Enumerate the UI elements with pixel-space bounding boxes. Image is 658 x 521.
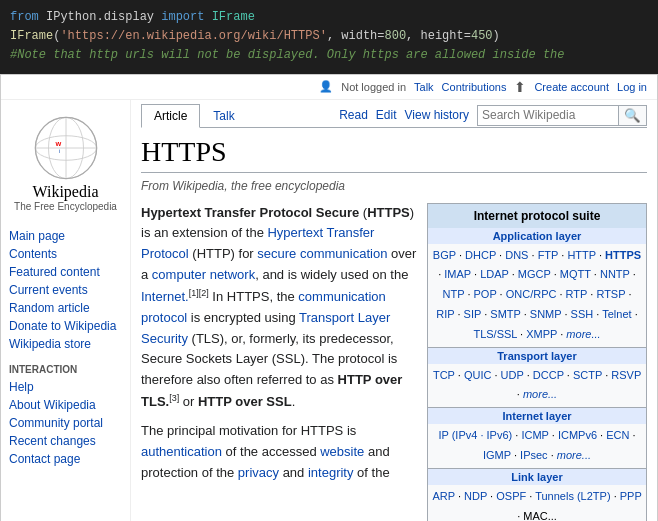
rtp-link[interactable]: RTP	[566, 288, 588, 300]
icmp-link[interactable]: ICMP	[521, 429, 548, 441]
arp-link[interactable]: ARP	[432, 490, 454, 502]
smtp-link[interactable]: SMTP	[490, 308, 520, 320]
ref-1: [1]	[189, 288, 199, 298]
website-link[interactable]: website	[320, 444, 364, 459]
tab-talk[interactable]: Talk	[200, 104, 247, 127]
nav-item-help[interactable]: Help	[1, 378, 130, 396]
not-logged-text: Not logged in	[341, 81, 406, 93]
nav-item-contents[interactable]: Contents	[1, 245, 130, 263]
sip-link[interactable]: SIP	[464, 308, 482, 320]
search-button[interactable]: 🔍	[618, 106, 646, 125]
dccp-link[interactable]: DCCP	[533, 369, 564, 381]
code-block: from IPython.display import IFrame IFram…	[0, 0, 658, 74]
tab-article[interactable]: Article	[141, 104, 200, 128]
nav-item-main-page[interactable]: Main page	[1, 227, 130, 245]
auth-link[interactable]: authentication	[141, 444, 222, 459]
app-more-link[interactable]: more...	[566, 328, 600, 340]
wiki-logo-title: Wikipedia	[33, 183, 99, 201]
quic-link[interactable]: QUIC	[464, 369, 492, 381]
wiki-article: Hypertext Transfer Protocol Secure (HTTP…	[141, 203, 647, 521]
transport-more-link[interactable]: more...	[523, 388, 557, 400]
nav-item-random[interactable]: Random article	[1, 299, 130, 317]
http-over-ssl: HTTP over SSL	[198, 394, 292, 409]
rtsp-link[interactable]: RTSP	[596, 288, 625, 300]
udp-link[interactable]: UDP	[501, 369, 524, 381]
wiki-tabs: Article Talk Read Edit View history 🔍	[141, 100, 647, 128]
nav-item-recent[interactable]: Recent changes	[1, 432, 130, 450]
interaction-header: Interaction	[1, 361, 130, 378]
nav-item-contact[interactable]: Contact page	[1, 450, 130, 468]
http-link2[interactable]: HTTP	[567, 249, 596, 261]
user-icon: 👤	[319, 80, 333, 93]
tlsssl-link[interactable]: TLS/SSL	[473, 328, 517, 340]
dhcp-link[interactable]: DHCP	[465, 249, 496, 261]
search-input[interactable]	[478, 106, 618, 124]
search-box: 🔍	[477, 105, 647, 126]
privacy-link[interactable]: privacy	[238, 465, 279, 480]
ecn-link[interactable]: ECN	[606, 429, 629, 441]
nav-item-featured[interactable]: Featured content	[1, 263, 130, 281]
infobox-internet-items: IP (IPv4 · IPv6) · ICMP · ICMPv6 · ECN ·…	[428, 424, 646, 468]
nav-item-store[interactable]: Wikipedia store	[1, 335, 130, 353]
article-paragraph-1: Hypertext Transfer Protocol Secure (HTTP…	[141, 203, 417, 414]
ldap-link[interactable]: LDAP	[480, 268, 509, 280]
ppp-link[interactable]: PPP	[620, 490, 642, 502]
keyword-from: from	[10, 10, 39, 24]
https-bold: Hypertext Transfer Protocol Secure	[141, 205, 359, 220]
nntp-link[interactable]: NNTP	[600, 268, 630, 280]
cursor-indicator: ⬆	[514, 79, 526, 95]
internet-more-link[interactable]: more...	[557, 449, 591, 461]
nav-item-about[interactable]: About Wikipedia	[1, 396, 130, 414]
ref-2: [2]	[199, 288, 209, 298]
infobox: Internet protocol suite Application laye…	[427, 203, 647, 521]
rsvp-link[interactable]: RSVP	[611, 369, 641, 381]
xmpp-link[interactable]: XMPP	[526, 328, 557, 340]
create-account-link[interactable]: Create account	[534, 81, 609, 93]
internet-link[interactable]: Internet.	[141, 289, 189, 304]
infobox-link-items: ARP · NDP · OSPF · Tunnels (L2TP) · PPP …	[428, 485, 646, 521]
tunnels-link[interactable]: Tunnels (L2TP)	[535, 490, 610, 502]
tab-edit[interactable]: Edit	[376, 108, 397, 122]
computer-network-link[interactable]: computer network	[152, 267, 255, 282]
mgcp-link[interactable]: MGCP	[518, 268, 551, 280]
icmpv6-link[interactable]: ICMPv6	[558, 429, 597, 441]
contributions-link[interactable]: Contributions	[442, 81, 507, 93]
log-in-link[interactable]: Log in	[617, 81, 647, 93]
ipsec-link[interactable]: IPsec	[520, 449, 548, 461]
https-link2[interactable]: HTTPS	[605, 249, 641, 261]
nav-item-community[interactable]: Community portal	[1, 414, 130, 432]
igmp-link[interactable]: IGMP	[483, 449, 511, 461]
secure-comm-link[interactable]: secure communication	[257, 246, 387, 261]
mac-text: MAC...	[523, 510, 557, 521]
bgp-link[interactable]: BGP	[433, 249, 456, 261]
snmp-link[interactable]: SNMP	[530, 308, 562, 320]
ndp-link[interactable]: NDP	[464, 490, 487, 502]
nav-item-donate[interactable]: Donate to Wikipedia	[1, 317, 130, 335]
mqtt-link[interactable]: MQTT	[560, 268, 591, 280]
pop-link[interactable]: POP	[474, 288, 497, 300]
wiki-globe-icon: W i	[31, 113, 101, 183]
ntp-link[interactable]: NTP	[443, 288, 465, 300]
wiki-topbar: 👤 Not logged in Talk Contributions ⬆ Cre…	[1, 75, 657, 100]
nav-section-main: Main page Contents Featured content Curr…	[1, 227, 130, 353]
ssh-link[interactable]: SSH	[571, 308, 594, 320]
svg-text:i: i	[59, 148, 60, 154]
telnet-link[interactable]: Telnet	[602, 308, 631, 320]
oncrpc-link[interactable]: ONC/RPC	[506, 288, 557, 300]
talk-link[interactable]: Talk	[414, 81, 434, 93]
nav-item-current-events[interactable]: Current events	[1, 281, 130, 299]
dns-link[interactable]: DNS	[505, 249, 528, 261]
rip-link[interactable]: RIP	[436, 308, 454, 320]
ftp-link[interactable]: FTP	[538, 249, 559, 261]
sctp-link[interactable]: SCTP	[573, 369, 602, 381]
ospf-link[interactable]: OSPF	[496, 490, 526, 502]
wiki-sidebar: W i Wikipedia The Free Encyclopedia Main…	[1, 100, 131, 521]
imap-link[interactable]: IMAP	[444, 268, 471, 280]
tcp-link[interactable]: TCP	[433, 369, 455, 381]
wiki-main: Article Talk Read Edit View history 🔍 HT…	[131, 100, 657, 521]
tab-view-history[interactable]: View history	[405, 108, 469, 122]
ip-link[interactable]: IP (IPv4 · IPv6)	[438, 429, 512, 441]
tab-read[interactable]: Read	[339, 108, 368, 122]
integrity-link[interactable]: integrity	[308, 465, 354, 480]
article-paragraph-2: The principal motivation for HTTPS is au…	[141, 421, 417, 483]
